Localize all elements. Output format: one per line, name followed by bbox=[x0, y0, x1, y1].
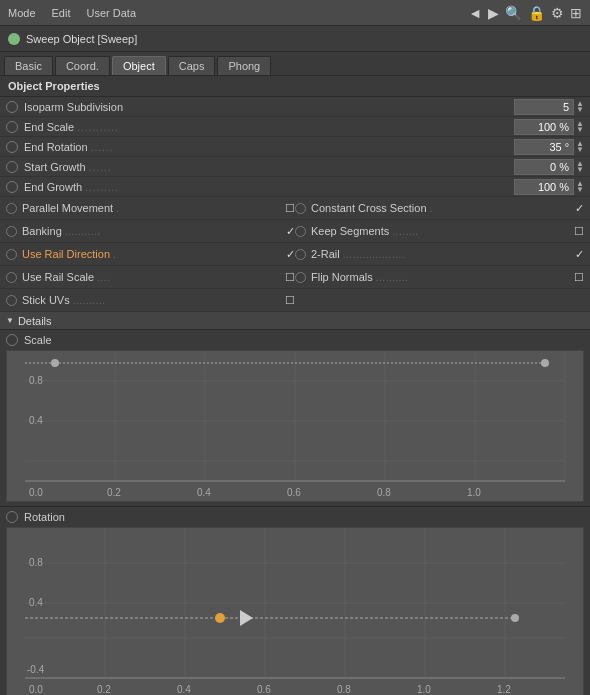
prop-start-growth-label: Start Growth ...... bbox=[24, 161, 510, 173]
constant-checkbox[interactable]: ✓ bbox=[575, 202, 584, 215]
svg-text:1.2: 1.2 bbox=[497, 684, 511, 695]
cb-stick-uvs[interactable]: Stick UVs .......... ☐ bbox=[6, 291, 295, 309]
svg-text:0.8: 0.8 bbox=[29, 557, 43, 568]
details-header[interactable]: ▼ Details bbox=[0, 312, 590, 330]
prop-isoparm-label: Isoparm Subdivision bbox=[24, 101, 510, 113]
spinner-arrows[interactable]: ▲▼ bbox=[576, 141, 584, 153]
prop-circle-icon bbox=[6, 101, 18, 113]
cb-banking[interactable]: Banking ........... ✓ bbox=[6, 222, 295, 240]
prop-circle-icon bbox=[6, 141, 18, 153]
prop-start-growth: Start Growth ...... ▲▼ bbox=[0, 157, 590, 177]
prop-end-growth-value[interactable]: ▲▼ bbox=[514, 179, 584, 195]
tab-phong[interactable]: Phong bbox=[217, 56, 271, 75]
svg-text:0.4: 0.4 bbox=[29, 597, 43, 608]
cb-circle-icon bbox=[295, 249, 306, 260]
svg-text:0.2: 0.2 bbox=[97, 684, 111, 695]
scale-circle-icon bbox=[6, 334, 18, 346]
window-title: Sweep Object [Sweep] bbox=[26, 33, 137, 45]
cb-flip-normals[interactable]: Flip Normals .......... ☐ bbox=[295, 268, 584, 286]
menu-mode[interactable]: Mode bbox=[8, 7, 36, 19]
spinner-arrows[interactable]: ▲▼ bbox=[576, 121, 584, 133]
cb-banking-label: Banking ........... bbox=[22, 225, 284, 237]
svg-text:1.0: 1.0 bbox=[467, 487, 481, 498]
parallel-checkbox[interactable]: ☐ bbox=[285, 202, 295, 215]
cb-flip-normals-label: Flip Normals .......... bbox=[311, 271, 572, 283]
scale-graph-area[interactable]: 0.8 0.4 0.0 0.2 0.4 0.6 0.8 1.0 bbox=[6, 350, 584, 502]
stick-uvs-checkbox[interactable]: ☐ bbox=[285, 294, 295, 307]
tab-object[interactable]: Object bbox=[112, 56, 166, 75]
cb-parallel-movement[interactable]: Parallel Movement . ☐ bbox=[6, 199, 295, 217]
isoparm-input[interactable] bbox=[514, 99, 574, 115]
spinner-arrows[interactable]: ▲▼ bbox=[576, 181, 584, 193]
cb-parallel-label: Parallel Movement . bbox=[22, 202, 283, 214]
prop-end-scale-value[interactable]: ▲▼ bbox=[514, 119, 584, 135]
gear-icon[interactable]: ⚙ bbox=[551, 5, 564, 21]
checkbox-group-row3: Use Rail Direction . ✓ 2-Rail ..........… bbox=[0, 243, 590, 266]
end-rotation-input[interactable] bbox=[514, 139, 574, 155]
keep-segments-checkbox[interactable]: ☐ bbox=[574, 225, 584, 238]
scale-label: Scale bbox=[24, 334, 52, 346]
cb-use-rail-direction[interactable]: Use Rail Direction . ✓ bbox=[6, 245, 295, 263]
spinner-arrows[interactable]: ▲▼ bbox=[576, 101, 584, 113]
scale-title-row: Scale bbox=[0, 330, 590, 350]
cb-2rail[interactable]: 2-Rail ................... ✓ bbox=[295, 245, 584, 263]
prop-end-growth: End Growth ......... ▲▼ bbox=[0, 177, 590, 197]
spinner-arrows[interactable]: ▲▼ bbox=[576, 161, 584, 173]
cb-constant-cross[interactable]: Constant Cross Section . ✓ bbox=[295, 199, 584, 217]
lock-icon[interactable]: 🔒 bbox=[528, 5, 545, 21]
menu-user-data[interactable]: User Data bbox=[87, 7, 137, 19]
cb-keep-segments[interactable]: Keep Segments ........ ☐ bbox=[295, 222, 584, 240]
prop-end-rotation-value[interactable]: ▲▼ bbox=[514, 139, 584, 155]
tab-caps[interactable]: Caps bbox=[168, 56, 216, 75]
cb-circle-icon bbox=[6, 203, 17, 214]
prop-circle-icon bbox=[6, 121, 18, 133]
top-toolbar: Mode Edit User Data ◄ ▶ 🔍 🔒 ⚙ ⊞ bbox=[0, 0, 590, 26]
cb-empty bbox=[295, 291, 584, 309]
start-growth-input[interactable] bbox=[514, 159, 574, 175]
search-icon[interactable]: 🔍 bbox=[505, 5, 522, 21]
scale-graph-container: Scale 0.8 0.4 0.0 0.2 bbox=[0, 330, 590, 507]
banking-checkbox[interactable]: ✓ bbox=[286, 225, 295, 238]
cb-rail-direction-label: Use Rail Direction . bbox=[22, 248, 284, 260]
arrow-left-icon[interactable]: ◄ bbox=[468, 5, 482, 21]
cb-rail-scale-label: Use Rail Scale .... bbox=[22, 271, 283, 283]
rotation-title-row: Rotation bbox=[0, 507, 590, 527]
svg-rect-23 bbox=[25, 528, 565, 695]
tab-coord[interactable]: Coord. bbox=[55, 56, 110, 75]
prop-end-growth-label: End Growth ......... bbox=[24, 181, 510, 193]
prop-end-scale-label: End Scale ........... bbox=[24, 121, 510, 133]
title-dot-icon bbox=[8, 33, 20, 45]
arrow-right-icon[interactable]: ▶ bbox=[488, 5, 499, 21]
menu-edit[interactable]: Edit bbox=[52, 7, 71, 19]
flip-normals-checkbox[interactable]: ☐ bbox=[574, 271, 584, 284]
rotation-graph-container: Rotation 0.8 0.4 bbox=[0, 507, 590, 695]
prop-start-growth-value[interactable]: ▲▼ bbox=[514, 159, 584, 175]
rail-direction-checkbox[interactable]: ✓ bbox=[286, 248, 295, 261]
grid-icon[interactable]: ⊞ bbox=[570, 5, 582, 21]
cb-circle-icon bbox=[295, 272, 306, 283]
rotation-circle-icon bbox=[6, 511, 18, 523]
rotation-graph-area[interactable]: 0.8 0.4 -0.4 0.0 0.2 0.4 0.6 0.8 1.0 1.2 bbox=[6, 527, 584, 695]
section-header: Object Properties bbox=[0, 76, 590, 97]
checkbox-group-row2: Banking ........... ✓ Keep Segments ....… bbox=[0, 220, 590, 243]
svg-text:0.2: 0.2 bbox=[107, 487, 121, 498]
rail-scale-checkbox[interactable]: ☐ bbox=[285, 271, 295, 284]
cb-circle-icon bbox=[6, 226, 17, 237]
svg-point-36 bbox=[511, 614, 519, 622]
tab-basic[interactable]: Basic bbox=[4, 56, 53, 75]
checkbox-group-row1: Parallel Movement . ☐ Constant Cross Sec… bbox=[0, 197, 590, 220]
end-scale-input[interactable] bbox=[514, 119, 574, 135]
cb-use-rail-scale[interactable]: Use Rail Scale .... ☐ bbox=[6, 268, 295, 286]
cb-keep-segments-label: Keep Segments ........ bbox=[311, 225, 572, 237]
end-growth-input[interactable] bbox=[514, 179, 574, 195]
prop-circle-icon bbox=[6, 181, 18, 193]
svg-text:-0.4: -0.4 bbox=[27, 664, 45, 675]
rotation-label: Rotation bbox=[24, 511, 65, 523]
cb-circle-icon bbox=[295, 226, 306, 237]
prop-circle-icon bbox=[6, 161, 18, 173]
svg-text:0.0: 0.0 bbox=[29, 684, 43, 695]
2rail-checkbox[interactable]: ✓ bbox=[575, 248, 584, 261]
svg-text:0.4: 0.4 bbox=[197, 487, 211, 498]
prop-isoparm-value[interactable]: ▲▼ bbox=[514, 99, 584, 115]
prop-end-rotation: End Rotation ...... ▲▼ bbox=[0, 137, 590, 157]
